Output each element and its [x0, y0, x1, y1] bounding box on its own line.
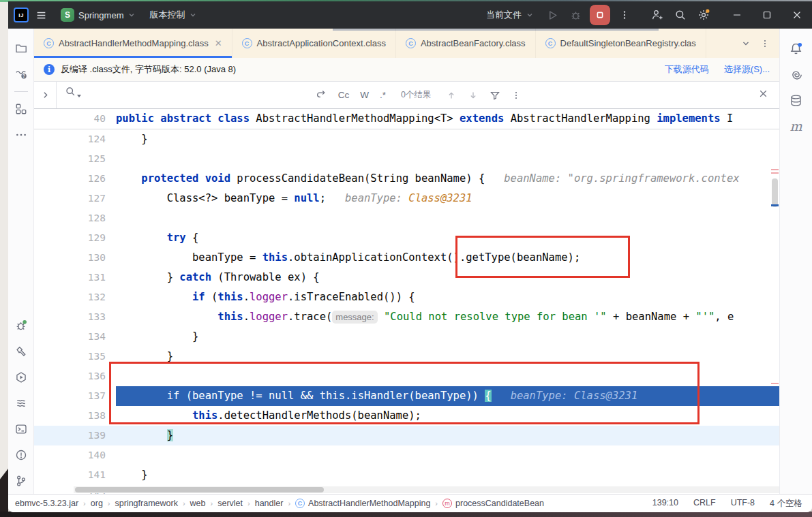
maximize-button[interactable]: [752, 1, 782, 29]
git-icon[interactable]: [11, 471, 31, 491]
code-line-139[interactable]: 139 }: [34, 426, 779, 445]
line-number[interactable]: 128: [34, 208, 106, 228]
line-number[interactable]: 130: [34, 248, 106, 268]
line-number[interactable]: 134: [34, 327, 106, 347]
stop-button[interactable]: [590, 5, 610, 25]
breadcrumb-item[interactable]: CAbstractHandlerMethodMapping: [295, 499, 430, 508]
exec-stripe-mark[interactable]: [771, 204, 779, 206]
words-toggle[interactable]: W: [360, 90, 369, 100]
tab-AbstractApplicationContext.class[interactable]: CAbstractApplicationContext.class: [232, 29, 396, 58]
tab-AbstractHandlerMethodMapping.class[interactable]: CAbstractHandlerMethodMapping.class✕: [34, 29, 232, 58]
expand-find-button[interactable]: [34, 82, 57, 108]
debug-icon[interactable]: [11, 315, 31, 336]
services-icon[interactable]: [11, 367, 31, 388]
line-number[interactable]: 126: [34, 169, 106, 189]
sticky-header-line[interactable]: 40public abstract class AbstractHandlerM…: [34, 109, 779, 129]
line-number[interactable]: 136: [34, 366, 106, 386]
run-button[interactable]: [541, 5, 564, 25]
code-line-140[interactable]: 140: [34, 445, 779, 465]
structure-icon[interactable]: [11, 99, 31, 119]
line-number[interactable]: 127: [34, 189, 106, 208]
line-number[interactable]: 133: [34, 307, 106, 327]
code-line-128[interactable]: 128: [34, 208, 779, 228]
coil-icon[interactable]: [786, 64, 807, 84]
tabs-kebab-icon[interactable]: [760, 39, 770, 48]
line-number[interactable]: 125: [34, 149, 106, 169]
code-line-127[interactable]: 127 Class<?> beanType = null;beanType: C…: [34, 189, 779, 208]
minimize-button[interactable]: [722, 1, 752, 29]
horizontal-scrollbar[interactable]: [74, 486, 779, 493]
recent-search-icon[interactable]: [316, 89, 327, 101]
breadcrumb-item[interactable]: ebmvc-5.3.23.jar: [15, 499, 78, 508]
code-line-125[interactable]: 125: [34, 149, 779, 169]
more-icon[interactable]: [11, 125, 31, 145]
breadcrumb-item[interactable]: mprocessCandidateBean: [442, 499, 544, 508]
folder-icon[interactable]: [11, 38, 31, 59]
file-encoding[interactable]: UTF-8: [731, 498, 755, 510]
regex-toggle[interactable]: .*: [380, 90, 386, 100]
code-line-141[interactable]: 141 }: [34, 465, 779, 485]
caret-position[interactable]: 139:10: [652, 498, 678, 510]
code-line-133[interactable]: 133 this.logger.trace(message: "Could no…: [34, 307, 779, 327]
line-number[interactable]: 139: [34, 426, 106, 445]
maven-icon[interactable]: m: [786, 116, 807, 136]
code-with-me-button[interactable]: [646, 5, 669, 25]
vcs-widget[interactable]: 版本控制: [142, 5, 204, 25]
choose-sources-link[interactable]: 选择源(S)...: [724, 63, 770, 76]
line-number[interactable]: 40: [34, 109, 106, 129]
assistant-icon[interactable]: ?: [11, 64, 31, 84]
terminal-icon[interactable]: [11, 419, 31, 439]
warning-stripe-mark[interactable]: [771, 169, 779, 170]
tab-AbstractBeanFactory.class[interactable]: CAbstractBeanFactory.class: [396, 29, 536, 58]
line-number[interactable]: 132: [34, 287, 106, 307]
code-line-40[interactable]: 40public abstract class AbstractHandlerM…: [34, 109, 733, 129]
notifications-icon[interactable]: [786, 38, 807, 59]
line-number[interactable]: 141: [34, 465, 106, 485]
line-number[interactable]: 129: [34, 228, 106, 248]
project-widget[interactable]: S Springmem: [54, 5, 142, 25]
filter-icon[interactable]: [490, 90, 500, 101]
breadcrumb-item[interactable]: handler: [255, 499, 284, 508]
code-line-132[interactable]: 132 if (this.logger.isTraceEnabled()) {: [34, 287, 779, 307]
close-find-button[interactable]: [758, 89, 779, 101]
code-line-130[interactable]: 130 beanType = this.obtainApplicationCon…: [34, 248, 779, 268]
breadcrumb-item[interactable]: org: [91, 499, 103, 508]
breadcrumb-item[interactable]: springframework: [115, 499, 178, 508]
close-button[interactable]: [782, 1, 812, 29]
line-ending[interactable]: CRLF: [693, 498, 716, 510]
previous-occurrence-icon[interactable]: [446, 90, 457, 101]
run-configuration-widget[interactable]: 当前文件: [479, 5, 541, 25]
scrollbar-thumb[interactable]: [75, 487, 324, 492]
database-icon[interactable]: [786, 90, 807, 110]
code-line-129[interactable]: 129 try {: [34, 228, 779, 248]
settings-button[interactable]: [692, 5, 715, 25]
vertical-scrollbar-thumb[interactable]: [772, 178, 778, 207]
code-line-126[interactable]: 126 protected void processCandidateBean(…: [34, 169, 779, 189]
more-actions-button[interactable]: [613, 5, 636, 25]
build-icon[interactable]: [11, 341, 31, 362]
find-kebab-icon[interactable]: [511, 91, 521, 100]
code-line-131[interactable]: 131 } catch (Throwable ex) {: [34, 268, 779, 287]
code-line-124[interactable]: 124 }: [34, 129, 779, 149]
spring-icon[interactable]: [11, 393, 31, 413]
line-number[interactable]: 124: [34, 129, 106, 149]
line-number[interactable]: 131: [34, 268, 106, 287]
line-number[interactable]: 140: [34, 445, 106, 465]
debug-button[interactable]: [564, 5, 587, 25]
tab-DefaultSingletonBeanRegistry.clas[interactable]: CDefaultSingletonBeanRegistry.clas: [536, 29, 706, 58]
find-input[interactable]: [88, 82, 316, 108]
next-occurrence-icon[interactable]: [468, 90, 479, 101]
problems-icon[interactable]: [11, 445, 31, 465]
warning-stripe-mark[interactable]: [771, 383, 779, 384]
download-sources-link[interactable]: 下载源代码: [665, 63, 709, 76]
indent-setting[interactable]: 4 个空格: [770, 498, 802, 510]
code-line-134[interactable]: 134 }: [34, 327, 779, 347]
search-everywhere-button[interactable]: [669, 5, 692, 25]
search-history-button[interactable]: [57, 86, 88, 104]
line-number[interactable]: 135: [34, 347, 106, 366]
breadcrumb-item[interactable]: servlet: [217, 499, 243, 508]
breadcrumb-item[interactable]: web: [190, 499, 206, 508]
match-case-toggle[interactable]: Cc: [338, 90, 350, 100]
main-menu-button[interactable]: [29, 5, 54, 25]
tab-close-icon[interactable]: ✕: [215, 38, 222, 48]
